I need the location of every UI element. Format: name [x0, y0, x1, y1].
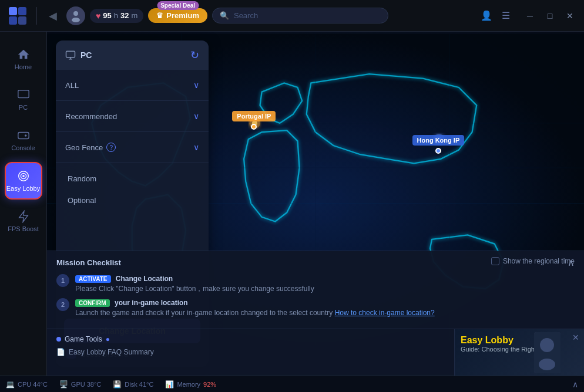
cpu-temp: CPU 44°C	[18, 381, 48, 388]
promo-avatar	[534, 332, 560, 373]
premium-button[interactable]: Special Deal ♛ Premium	[148, 8, 207, 23]
svg-rect-2	[9, 16, 17, 25]
mission-step-1: 1 ACTIVATE Change Location Please Click …	[56, 274, 575, 294]
bottom-panel: Show the regional time Mission Checklist…	[47, 251, 584, 376]
step-1-circle: 1	[56, 274, 69, 287]
filter-recommended: Recommended ∨	[56, 101, 209, 132]
gpu-temp: GPU 38°C	[71, 381, 101, 388]
tools-item[interactable]: 📄 Easy Lobby FAQ Summary	[56, 348, 445, 356]
svg-rect-7	[18, 133, 28, 139]
search-placeholder: Search	[234, 11, 258, 20]
sidebar: Home PC Console Easy Lobby	[0, 32, 47, 376]
promo-title: Easy Lobby	[461, 335, 578, 346]
status-bar: 💻 CPU 44°C 🖥️ GPU 38°C 💾 Disk 41°C 📊 Mem…	[0, 376, 584, 392]
cpu-status: 💻 CPU 44°C	[6, 380, 48, 388]
premium-label: Premium	[166, 11, 199, 20]
panel-header: PC ↻	[56, 40, 209, 70]
optional-menu-item[interactable]: Optional	[63, 190, 202, 211]
random-label: Random	[68, 174, 96, 183]
search-icon: 🔍	[220, 11, 229, 20]
regional-time-checkbox[interactable]	[491, 257, 499, 265]
promo-close-button[interactable]: ✕	[572, 333, 579, 342]
refresh-button[interactable]: ↻	[190, 49, 199, 62]
hong-kong-pin[interactable]: Hong Kong IP	[412, 135, 465, 154]
svg-rect-0	[9, 7, 17, 15]
svg-rect-1	[18, 7, 26, 15]
geo-fence-filter-row[interactable]: Geo Fence ? ∨	[63, 137, 202, 158]
step-2-sub: Launch the game and check if your in-gam…	[75, 308, 435, 318]
svg-point-5	[72, 18, 80, 22]
support-icon[interactable]: 👤	[478, 8, 495, 23]
memory-label: Memory	[177, 381, 200, 388]
sidebar-fps-label: FPS Boost	[8, 225, 39, 232]
sidebar-console-label: Console	[11, 144, 35, 151]
svg-point-27	[539, 359, 555, 370]
sidebar-item-home[interactable]: Home	[5, 40, 42, 78]
tools-header: Game Tools ●	[56, 335, 445, 343]
game-tools-section: Game Tools ● 📄 Easy Lobby FAQ Summary Ea…	[47, 329, 584, 376]
search-bar[interactable]: 🔍 Search	[212, 8, 388, 23]
filter-all: ALL ∨	[56, 70, 209, 101]
memory-warning: 92%	[203, 381, 216, 388]
tools-dot	[56, 337, 61, 342]
svg-rect-6	[18, 90, 28, 98]
center-area: Portugal IP Hong Kong IP PC ↻	[47, 32, 584, 376]
tools-left: Game Tools ● 📄 Easy Lobby FAQ Summary	[47, 329, 455, 376]
faq-label: Easy Lobby FAQ Summary	[69, 348, 154, 356]
recommended-filter-row[interactable]: Recommended ∨	[63, 106, 202, 127]
panel-title: PC	[65, 50, 92, 60]
geo-fence-help-icon[interactable]: ?	[106, 143, 116, 152]
app-logo	[6, 4, 29, 28]
memory-status: 📊 Memory 92%	[165, 380, 216, 388]
portugal-pin[interactable]: Portugal IP	[232, 111, 276, 130]
expand-button[interactable]: ∧	[572, 380, 578, 389]
back-button[interactable]: ◀	[44, 7, 62, 25]
close-button[interactable]: ✕	[562, 8, 578, 24]
svg-point-26	[540, 338, 554, 352]
recommended-label: Recommended	[65, 112, 117, 121]
sidebar-pc-label: PC	[19, 104, 28, 111]
gpu-status: 🖥️ GPU 38°C	[59, 380, 101, 388]
recommended-chevron-icon: ∨	[193, 111, 199, 121]
all-filter-row[interactable]: ALL ∨	[63, 75, 202, 96]
regional-time-label: Show the regional time	[503, 257, 575, 265]
how-to-check-link[interactable]: How to check in-game location?	[335, 309, 435, 317]
menu-icon[interactable]: ☰	[499, 8, 512, 23]
activate-keyword: ACTIVATE	[75, 275, 111, 283]
step-1-text: ACTIVATE Change Location Please Click "C…	[75, 274, 314, 294]
maximize-button[interactable]: □	[542, 8, 558, 24]
confirm-keyword: CONFIRM	[75, 299, 110, 307]
easy-lobby-promo: Easy Lobby Guide: Choosing the Right... …	[455, 329, 584, 376]
crown-icon: ♛	[156, 11, 163, 20]
panel-pc-label: PC	[80, 50, 92, 60]
random-menu-item[interactable]: Random	[63, 168, 202, 190]
portugal-label: Portugal IP	[232, 111, 276, 121]
hong-kong-dot	[435, 148, 441, 154]
special-deal-badge: Special Deal	[157, 1, 199, 10]
geo-fence-item: Geo Fence ?	[65, 143, 116, 152]
filter-geo-fence: Geo Fence ? ∨	[56, 132, 209, 163]
sidebar-item-console[interactable]: Console	[5, 121, 42, 159]
xp-value: 95	[103, 11, 111, 20]
all-chevron-icon: ∨	[193, 80, 199, 90]
svg-point-8	[24, 134, 26, 137]
sidebar-home-label: Home	[15, 63, 32, 70]
avatar[interactable]	[66, 6, 85, 25]
disk-temp: Disk 41°C	[125, 381, 153, 388]
geo-fence-chevron-icon: ∨	[193, 143, 199, 152]
xp-m-label: m	[131, 11, 137, 20]
heart-icon: ♥	[96, 11, 100, 21]
sidebar-item-fps-boost[interactable]: FPS Boost	[5, 202, 42, 240]
svg-rect-3	[18, 16, 26, 25]
sidebar-item-easy-lobby[interactable]: Easy Lobby	[5, 162, 42, 200]
xp-bar: ♥ 95 h 32 m	[90, 9, 143, 23]
sidebar-item-pc[interactable]: PC	[5, 81, 42, 119]
xp-h-label: h	[114, 11, 118, 20]
minimize-button[interactable]: ─	[522, 8, 538, 24]
step-2-text: CONFIRM your in-game location Launch the…	[75, 298, 435, 318]
hong-kong-label: Hong Kong IP	[412, 135, 465, 146]
step-1-sub: Please Click "Change Location" button，ma…	[75, 284, 314, 294]
window-controls: ─ □ ✕	[522, 8, 578, 24]
tools-item-icon: 📄	[56, 348, 65, 356]
divider	[36, 7, 37, 25]
